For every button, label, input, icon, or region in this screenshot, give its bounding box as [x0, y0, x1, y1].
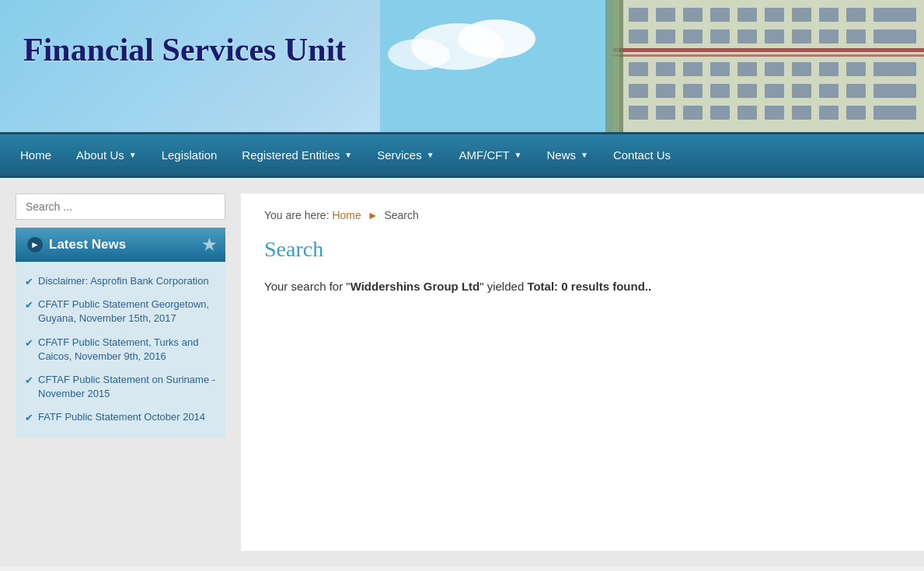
- news-list: ✔ Disclaimer: Asprofin Bank Corporation …: [16, 262, 225, 437]
- header-building-image: [380, 0, 924, 132]
- svg-rect-51: [683, 106, 703, 120]
- svg-rect-25: [846, 30, 866, 44]
- svg-rect-10: [710, 8, 730, 22]
- svg-rect-9: [683, 8, 703, 22]
- svg-rect-53: [737, 106, 757, 120]
- news-link-5[interactable]: FATF Public Statement October 2014: [38, 410, 205, 424]
- nav-item-contact[interactable]: Contact Us: [601, 134, 683, 176]
- svg-rect-52: [710, 106, 730, 120]
- site-header: Financial Services Unit: [0, 0, 924, 132]
- check-icon-1: ✔: [25, 276, 33, 287]
- search-term: Widdershins Group Ltd: [350, 280, 480, 293]
- search-input[interactable]: [16, 193, 225, 220]
- search-result-text: Your search for "Widdershins Group Ltd" …: [264, 277, 901, 296]
- result-prefix: Your search for ": [264, 280, 350, 293]
- page-title: Search: [264, 237, 901, 262]
- main-content: You are here: Home ► Search Search Your …: [241, 193, 924, 551]
- svg-rect-21: [737, 30, 757, 44]
- news-dropdown-arrow: ▼: [581, 151, 588, 159]
- nav-link-home[interactable]: Home: [8, 134, 64, 176]
- breadcrumb: You are here: Home ► Search: [264, 209, 901, 221]
- nav-list: Home About Us ▼ Legislation Registered E…: [0, 134, 924, 176]
- nav-link-about[interactable]: About Us ▼: [64, 134, 149, 176]
- svg-rect-18: [656, 30, 675, 44]
- news-link-3[interactable]: CFATF Public Statement, Turks and Caicos…: [38, 336, 216, 364]
- svg-rect-32: [710, 62, 730, 76]
- registered-entities-dropdown-arrow: ▼: [344, 151, 352, 159]
- nav-item-news[interactable]: News ▼: [535, 134, 601, 176]
- svg-rect-50: [656, 106, 675, 120]
- svg-rect-42: [710, 84, 730, 98]
- latest-news-bullet-icon: ►: [27, 237, 43, 252]
- nav-item-amfcft[interactable]: AMF/CFT ▼: [447, 134, 535, 176]
- nav-link-legislation[interactable]: Legislation: [149, 134, 230, 176]
- svg-rect-30: [656, 62, 675, 76]
- nav-item-about[interactable]: About Us ▼: [64, 134, 149, 176]
- svg-rect-60: [619, 0, 623, 132]
- list-item: ✔ CFTAF Public Statement on Suriname - N…: [25, 368, 216, 406]
- check-icon-5: ✔: [25, 412, 33, 423]
- breadcrumb-home-link[interactable]: Home: [332, 209, 361, 221]
- svg-rect-43: [737, 84, 757, 98]
- svg-rect-41: [683, 84, 703, 98]
- svg-rect-19: [683, 30, 703, 44]
- svg-rect-58: [873, 106, 916, 120]
- result-suffix: " yielded: [479, 280, 524, 293]
- svg-rect-7: [629, 8, 648, 22]
- nav-item-services[interactable]: Services ▼: [364, 134, 446, 176]
- svg-rect-34: [765, 62, 784, 76]
- news-link-2[interactable]: CFATF Public Statement Georgetown, Guyan…: [38, 298, 216, 326]
- list-item: ✔ CFATF Public Statement Georgetown, Guy…: [25, 293, 216, 330]
- result-count: Total: 0 results found..: [527, 280, 651, 293]
- news-link-1[interactable]: Disclaimer: Asprofin Bank Corporation: [38, 274, 209, 288]
- svg-rect-45: [792, 84, 811, 98]
- breadcrumb-current: Search: [384, 209, 418, 221]
- svg-rect-33: [737, 62, 757, 76]
- svg-rect-28: [613, 54, 924, 57]
- svg-rect-46: [819, 84, 839, 98]
- breadcrumb-you-are-here: You are here:: [264, 209, 330, 221]
- svg-rect-23: [792, 30, 811, 44]
- services-dropdown-arrow: ▼: [427, 151, 434, 159]
- svg-rect-16: [873, 8, 916, 22]
- svg-rect-38: [873, 62, 916, 76]
- list-item: ✔ CFATF Public Statement, Turks and Caic…: [25, 331, 216, 368]
- svg-point-2: [458, 19, 535, 58]
- svg-rect-56: [819, 106, 839, 120]
- svg-rect-39: [629, 84, 648, 98]
- svg-rect-14: [819, 8, 839, 22]
- svg-rect-57: [846, 106, 866, 120]
- nav-item-home[interactable]: Home: [8, 134, 64, 176]
- svg-rect-35: [792, 62, 811, 76]
- sidebar: ► Latest News ★ ✔ Disclaimer: Asprofin B…: [16, 193, 225, 551]
- svg-rect-12: [765, 8, 784, 22]
- news-link-4[interactable]: CFTAF Public Statement on Suriname - Nov…: [38, 373, 216, 401]
- svg-rect-11: [737, 8, 757, 22]
- svg-rect-59: [605, 0, 619, 132]
- site-title: Financial Services Unit: [23, 31, 346, 68]
- nav-link-news[interactable]: News ▼: [535, 134, 601, 176]
- nav-link-services[interactable]: Services ▼: [364, 134, 446, 176]
- check-icon-4: ✔: [25, 374, 33, 386]
- svg-rect-55: [792, 106, 811, 120]
- main-nav: Home About Us ▼ Legislation Registered E…: [0, 132, 924, 178]
- check-icon-2: ✔: [25, 299, 33, 311]
- nav-item-legislation[interactable]: Legislation: [149, 134, 230, 176]
- list-item: ✔ FATF Public Statement October 2014: [25, 406, 216, 429]
- svg-rect-37: [846, 62, 866, 76]
- svg-rect-8: [656, 8, 675, 22]
- svg-rect-54: [765, 106, 784, 120]
- star-icon: ★: [202, 235, 216, 254]
- svg-rect-20: [710, 30, 730, 44]
- amfcft-dropdown-arrow: ▼: [514, 151, 522, 159]
- nav-link-contact[interactable]: Contact Us: [601, 134, 683, 176]
- check-icon-3: ✔: [25, 337, 33, 349]
- svg-rect-26: [873, 30, 916, 44]
- nav-link-registered-entities[interactable]: Registered Entities ▼: [229, 134, 364, 176]
- nav-link-amfcft[interactable]: AMF/CFT ▼: [447, 134, 535, 176]
- svg-rect-49: [629, 106, 648, 120]
- svg-rect-31: [683, 62, 703, 76]
- svg-rect-29: [629, 62, 648, 76]
- svg-rect-17: [629, 30, 648, 44]
- nav-item-registered-entities[interactable]: Registered Entities ▼: [229, 134, 364, 176]
